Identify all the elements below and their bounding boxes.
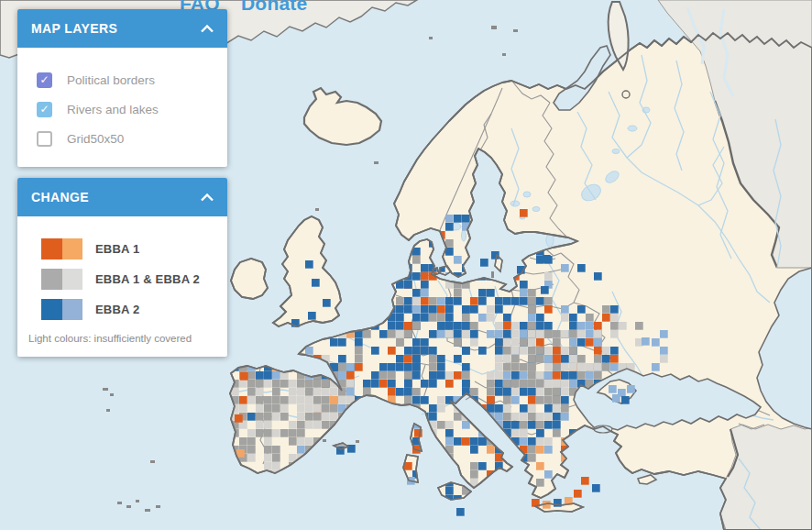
legend-row-ebba1: EBBA 1: [41, 235, 227, 263]
ebba1-swatch: [41, 238, 82, 259]
legend-note: Light colours: insufficiently covered: [28, 333, 227, 344]
layer-row-political-borders: ✓ Political borders: [37, 66, 227, 94]
chevron-up-icon[interactable]: [201, 25, 214, 33]
layer-row-grid50x50: Grid50x50: [37, 125, 227, 152]
ebba2-light-swatch: [62, 299, 83, 320]
ebba1-ebba2-swatch: [41, 269, 82, 290]
legend-row-ebba1-and-ebba2: EBBA 1 & EBBA 2: [41, 265, 227, 293]
map-layers-panel: MAP LAYERS ✓ Political borders ✓ Rivers …: [17, 9, 227, 167]
ebba1-dark-swatch: [41, 238, 62, 259]
change-panel-header[interactable]: CHANGE: [17, 178, 227, 216]
layer-label: Rivers and lakes: [67, 103, 159, 116]
layer-label: Political borders: [67, 73, 155, 87]
chevron-up-icon[interactable]: [201, 193, 214, 202]
ebba2-swatch: [41, 299, 82, 320]
legend-row-ebba2: EBBA 2: [41, 295, 227, 324]
map-layers-panel-header[interactable]: MAP LAYERS: [17, 9, 227, 48]
change-panel-body: EBBA 1 EBBA 1 & EBBA 2 EBBA 2 Light colo…: [17, 216, 227, 357]
change-panel-title: CHANGE: [31, 190, 89, 204]
kolguev-island: [622, 91, 630, 98]
political-borders-checkbox[interactable]: ✓: [37, 72, 52, 88]
ebba2-dark-swatch: [41, 299, 62, 320]
legend-label: EBBA 1: [95, 242, 139, 256]
ebba1-ebba2-dark-swatch: [41, 269, 62, 290]
ebba1-ebba2-light-swatch: [62, 269, 83, 290]
map-layers-panel-body: ✓ Political borders ✓ Rivers and lakes G…: [17, 48, 227, 167]
layer-label: Grid50x50: [67, 132, 124, 146]
rivers-lakes-checkbox[interactable]: ✓: [37, 102, 52, 117]
legend-label: EBBA 1 & EBBA 2: [95, 272, 200, 286]
nav-link-donate[interactable]: Donate: [241, 0, 307, 15]
map-layers-panel-title: MAP LAYERS: [31, 21, 117, 36]
grid50x50-checkbox[interactable]: [37, 131, 52, 147]
change-panel: CHANGE EBBA 1 EBBA 1 & EBBA 2 EBBA 2: [17, 178, 227, 357]
ebba1-light-swatch: [62, 238, 83, 259]
layer-row-rivers-lakes: ✓ Rivers and lakes: [37, 95, 227, 123]
legend-label: EBBA 2: [95, 303, 139, 316]
